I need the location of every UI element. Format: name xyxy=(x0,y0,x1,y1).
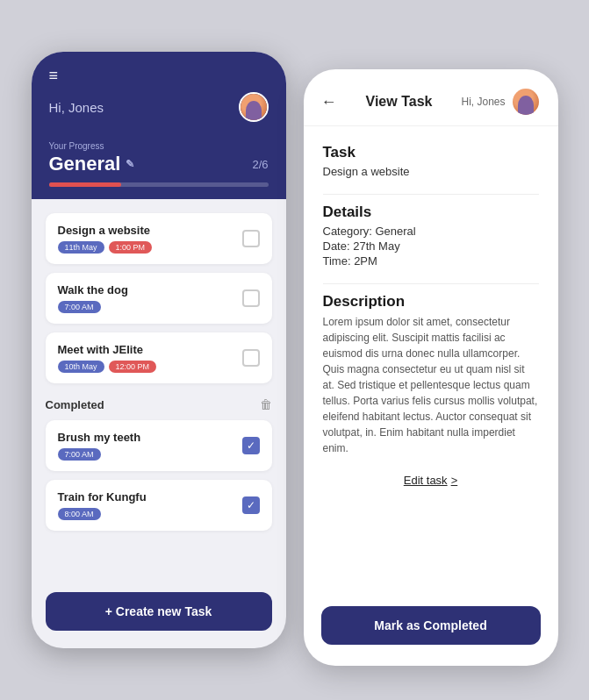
details-section: Details Category: General Date: 27th May… xyxy=(323,204,539,268)
task-section-value: Design a website xyxy=(323,165,539,178)
completed-task-tag-1a: 7:00 AM xyxy=(58,448,101,461)
left-phone-header: ≡ Hi, Jones xyxy=(32,52,286,134)
greeting-text-left: Hi, Jones xyxy=(49,100,104,115)
menu-icon[interactable]: ≡ xyxy=(49,68,269,83)
task-card-left-2: Walk the dog 7:00 AM xyxy=(58,283,128,313)
task-checkbox-2[interactable] xyxy=(242,289,260,307)
progress-bar-bg xyxy=(49,182,269,187)
task-title-3: Meet with JElite xyxy=(58,343,157,356)
task-list: Design a website 11th May 1:00 PM Walk t… xyxy=(32,199,286,580)
details-date: Date: 27th May xyxy=(323,239,539,253)
completed-checkbox-2[interactable]: ✓ xyxy=(242,496,260,514)
task-tag-3b: 12:00 PM xyxy=(109,361,157,373)
edit-task-link[interactable]: Edit task > xyxy=(323,474,539,487)
details-category: Category: General xyxy=(323,225,539,238)
right-phone-body: Task Design a website Details Category: … xyxy=(304,126,558,594)
task-title-2: Walk the dog xyxy=(58,283,128,296)
completed-task-1[interactable]: Brush my teeth 7:00 AM ✓ xyxy=(46,420,272,471)
trash-icon[interactable]: 🗑 xyxy=(260,397,272,411)
completed-task-title-2: Train for Kungfu xyxy=(58,490,147,504)
left-phone: ≡ Hi, Jones Your Progress General ✎ 2/6 xyxy=(32,52,286,648)
right-phone-header: ← View Task Hi, Jones xyxy=(304,69,558,126)
task-section-title: Task xyxy=(323,144,539,161)
completed-task-tags-2: 8:00 AM xyxy=(58,508,147,520)
progress-label: Your Progress xyxy=(49,141,269,151)
completed-task-tag-2a: 8:00 AM xyxy=(58,508,101,520)
progress-bar-fill xyxy=(49,182,122,187)
task-card-2[interactable]: Walk the dog 7:00 AM xyxy=(46,273,272,324)
chevron-right-icon: > xyxy=(451,474,458,487)
completed-checkbox-1[interactable]: ✓ xyxy=(242,437,260,454)
avatar-right xyxy=(511,87,541,117)
task-checkbox-1[interactable] xyxy=(242,230,260,247)
edit-task-label: Edit task xyxy=(404,474,448,487)
task-title-1: Design a website xyxy=(58,224,153,237)
task-tags-3: 10th May 12:00 PM xyxy=(58,361,157,373)
description-section-title: Description xyxy=(323,293,539,311)
description-section: Description Lorem ipsum dolor sit amet, … xyxy=(323,293,539,456)
create-task-button[interactable]: + Create new Task xyxy=(46,592,272,631)
completed-task-tags-1: 7:00 AM xyxy=(58,448,141,461)
back-button[interactable]: ← xyxy=(321,93,337,111)
task-tags-2: 7:00 AM xyxy=(58,301,128,313)
task-checkbox-3[interactable] xyxy=(242,349,260,367)
divider-2 xyxy=(323,283,539,284)
greeting-text-right: Hi, Jones xyxy=(461,96,505,108)
task-tag-1b: 1:00 PM xyxy=(109,241,153,254)
mark-completed-button[interactable]: Mark as Completed xyxy=(321,606,541,645)
task-section: Task Design a website xyxy=(323,144,539,178)
details-time: Time: 2PM xyxy=(323,254,539,268)
completed-task-left-1: Brush my teeth 7:00 AM xyxy=(58,431,141,461)
task-card-left-3: Meet with JElite 10th May 12:00 PM xyxy=(58,343,157,373)
progress-count: 2/6 xyxy=(252,158,268,171)
description-text: Lorem ipsum dolor sit amet, consectetur … xyxy=(323,314,539,456)
task-tag-3a: 10th May xyxy=(58,361,104,373)
right-phone-footer: Mark as Completed xyxy=(304,594,558,666)
completed-task-2[interactable]: Train for Kungfu 8:00 AM ✓ xyxy=(46,480,272,531)
right-phone: ← View Task Hi, Jones Task Design a webs… xyxy=(304,69,558,666)
right-header-right: Hi, Jones xyxy=(461,87,540,117)
progress-section: Your Progress General ✎ 2/6 xyxy=(32,134,286,199)
general-title-text: General xyxy=(49,153,121,175)
task-tag-2a: 7:00 AM xyxy=(58,301,101,313)
view-task-title: View Task xyxy=(366,94,433,110)
edit-icon[interactable]: ✎ xyxy=(126,158,134,170)
avatar-left xyxy=(239,92,269,122)
task-tags-1: 11th May 1:00 PM xyxy=(58,241,153,254)
left-phone-footer: + Create new Task xyxy=(32,580,286,648)
completed-task-left-2: Train for Kungfu 8:00 AM xyxy=(58,490,147,520)
divider-1 xyxy=(323,194,539,195)
task-card-1[interactable]: Design a website 11th May 1:00 PM xyxy=(46,213,272,264)
task-tag-1a: 11th May xyxy=(58,241,104,254)
task-card-3[interactable]: Meet with JElite 10th May 12:00 PM xyxy=(46,332,272,383)
completed-task-title-1: Brush my teeth xyxy=(58,431,141,444)
details-section-title: Details xyxy=(323,204,539,221)
completed-section-header: Completed 🗑 xyxy=(46,397,272,411)
task-card-left-1: Design a website 11th May 1:00 PM xyxy=(58,224,153,254)
completed-label: Completed xyxy=(46,398,104,411)
